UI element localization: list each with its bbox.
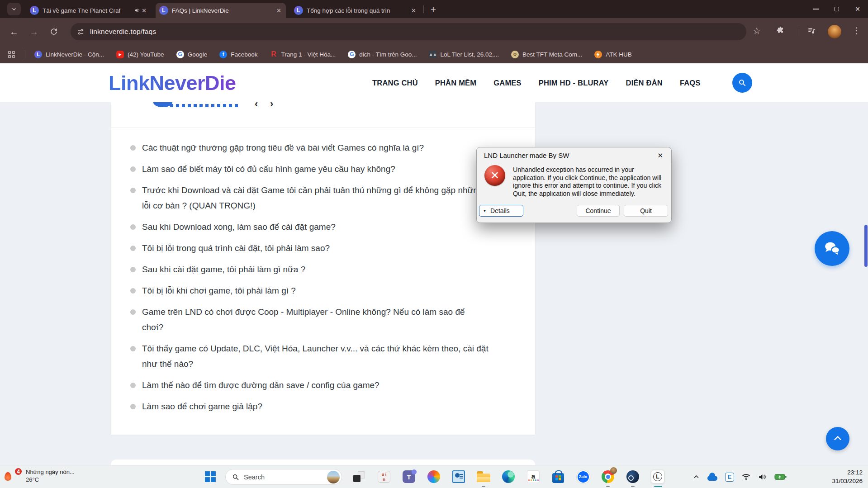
evkey-icon[interactable]: E [725,473,734,482]
bing-daily-image[interactable] [327,471,340,483]
faq-item[interactable]: Trước khi Download và cài đặt Game tôi c… [130,183,489,213]
battery-charging-icon[interactable] [774,473,787,481]
carousel-next-icon[interactable]: › [270,102,273,109]
taskbar-app-teams[interactable]: T [402,469,416,484]
window-controls: ✕ [806,0,868,18]
carousel-prev-icon[interactable]: ‹ [255,102,258,109]
weather-widget[interactable]: 4 Những ngày nón... 26°C [5,468,75,483]
start-button[interactable] [204,471,216,484]
nav-item-phim-hd[interactable]: PHIM HD - BLURAY [539,79,609,87]
extensions-icon[interactable] [776,26,785,37]
faq-item[interactable]: Game trên LND có chơi được Coop - Multip… [130,304,489,335]
taskbar-app-chrome[interactable] [601,469,615,484]
taskbar-search[interactable]: Search [225,469,342,485]
taskbar-app-ms-store[interactable] [551,469,565,484]
taskbar-app-squares[interactable] [352,469,366,484]
minimize-button[interactable] [806,0,826,18]
nav-item-trang-chu[interactable]: TRANG CHỦ [372,79,418,87]
taskbar-app-copilot[interactable] [427,469,441,484]
faq-item[interactable]: Làm sao để chơi game giả lập? [130,399,489,414]
chat-fab-button[interactable] [815,231,849,266]
bookmark-lol-tier[interactable]: ▲▲LoL Tier List, 26.02,... [429,51,499,58]
taskbar-app-steam[interactable] [626,469,640,484]
quit-button[interactable]: Quit [624,205,668,217]
new-tab-button[interactable]: + [427,3,440,16]
profile-avatar[interactable] [828,25,841,38]
bookmark-tft-meta[interactable]: ʘBest TFT Meta Com... [511,51,582,58]
copilot-icon [427,470,440,483]
scroll-to-top-button[interactable] [826,427,849,450]
browser-tab[interactable]: L Tổng hợp các lỗi trong quá trìn ✕ [290,3,421,18]
steam-icon [626,470,639,483]
tray-chevron-up-icon[interactable] [693,474,700,480]
taskbar-app-task-manager[interactable] [451,469,466,484]
taskbar-clock[interactable]: 23:12 31/03/2026 [832,469,863,485]
address-bar[interactable]: linkneverdie.top/faqs [71,23,746,40]
bookmark-linkneverdie[interactable]: LLinkNeverDie - Cộn... [34,51,104,58]
site-logo[interactable]: LinkNeverDie [109,71,236,95]
browser-tab-active[interactable]: L FAQs | LinkNeverDie ✕ [156,3,286,18]
browser-tab[interactable]: L Tải về game The Planet Craf ✕ [26,3,151,18]
bookmark-star-icon[interactable]: ☆ [753,25,761,36]
bookmark-dich[interactable]: Gdich - Tìm trên Goo... [348,51,417,58]
details-button[interactable]: ▾ Details [479,205,523,217]
browser-menu-icon[interactable]: ⋮ [852,25,861,36]
reload-button[interactable] [46,24,62,39]
page-scrollbar-thumb[interactable] [864,225,868,267]
taskbar-app-lnd-launcher[interactable]: L [650,469,665,484]
faq-item[interactable]: Làm sao để biết máy tôi có đủ cấu hình g… [130,161,489,177]
heat-icon [5,472,11,481]
faq-item[interactable]: Tôi thấy game có Update, DLC, Việt Hóa, … [130,341,489,372]
faq-item[interactable]: Các thuật ngữ thường gặp trong tiêu đề v… [130,140,489,156]
nav-item-faqs[interactable]: FAQS [680,79,701,87]
faq-item[interactable]: Tôi bị lỗi khi chơi game, tôi phải làm g… [130,283,489,298]
taskbar-app-edge[interactable] [501,469,516,484]
bookmark-facebook[interactable]: fFacebook [219,51,257,58]
faq-item[interactable]: Tôi bị lỗi trong quá trình cài đặt, tôi … [130,241,489,256]
carousel-dots[interactable] [164,104,238,107]
site-search-button[interactable] [732,73,752,93]
faq-item[interactable]: Làm thế nào để tìm được đường dẫn save /… [130,378,489,393]
faq-item[interactable]: Sau khi cài đặt game, tôi phải làm gì nữ… [130,262,489,277]
lnd-launcher-icon: L [651,470,664,483]
nav-item-phan-mem[interactable]: PHẦN MỀM [435,79,476,87]
continue-button[interactable]: Continue [577,205,620,217]
dialog-title: LND Launcher made By SW [484,152,569,159]
bookmark-label: LoL Tier List, 26.02,... [441,51,499,58]
bookmark-atk-hub[interactable]: ATK HUB [594,51,632,58]
search-icon [232,474,239,481]
dialog-title-bar[interactable]: LND Launcher made By SW ✕ [477,147,671,163]
chrome-profile-badge [610,467,617,474]
bookmark-trang1[interactable]: RTrang 1 - Việt Hóa... [270,51,336,58]
faq-item[interactable]: Sau khi Download xong, làm sao để cài đặ… [130,219,489,235]
tab-close-icon[interactable]: ✕ [275,7,282,14]
back-button[interactable]: ← [6,24,22,39]
taskbar-app-unikey[interactable]: u in [377,469,391,484]
tab-close-icon[interactable]: ✕ [410,7,417,14]
tab-search-button[interactable] [7,3,21,15]
nav-item-games[interactable]: GAMES [493,79,522,87]
taskbar-app-amazon[interactable]: a [526,469,541,484]
maximize-button[interactable] [826,0,847,18]
forward-button[interactable]: → [26,24,42,39]
wifi-icon[interactable] [742,473,750,481]
bookmarks-bar: LLinkNeverDie - Cộn... ▶(42) YouTube GGo… [0,45,868,63]
site-settings-icon[interactable] [77,28,85,36]
site-nav: TRANG CHỦ PHẦN MỀM GAMES PHIM HD - BLURA… [372,63,701,102]
tab-close-icon[interactable]: ✕ [141,7,147,14]
nav-item-dien-dan[interactable]: DIỄN ĐÀN [626,79,663,87]
dialog-close-icon[interactable]: ✕ [655,151,665,161]
onedrive-icon[interactable] [707,476,717,481]
tab-audio-icon[interactable] [134,7,141,14]
notification-badge: 4 [14,467,23,476]
poro-icon: ʘ [511,51,519,58]
close-window-button[interactable]: ✕ [847,0,868,18]
bookmark-youtube[interactable]: ▶(42) YouTube [116,51,164,58]
taskbar-app-zalo[interactable]: Zalo [576,469,590,484]
volume-icon[interactable] [758,473,767,481]
bookmark-google[interactable]: GGoogle [176,51,208,58]
apps-grid-icon[interactable] [8,51,15,58]
media-controls-icon[interactable] [807,26,816,37]
bookmark-label: Facebook [231,51,257,58]
taskbar-app-file-explorer[interactable] [476,469,491,484]
